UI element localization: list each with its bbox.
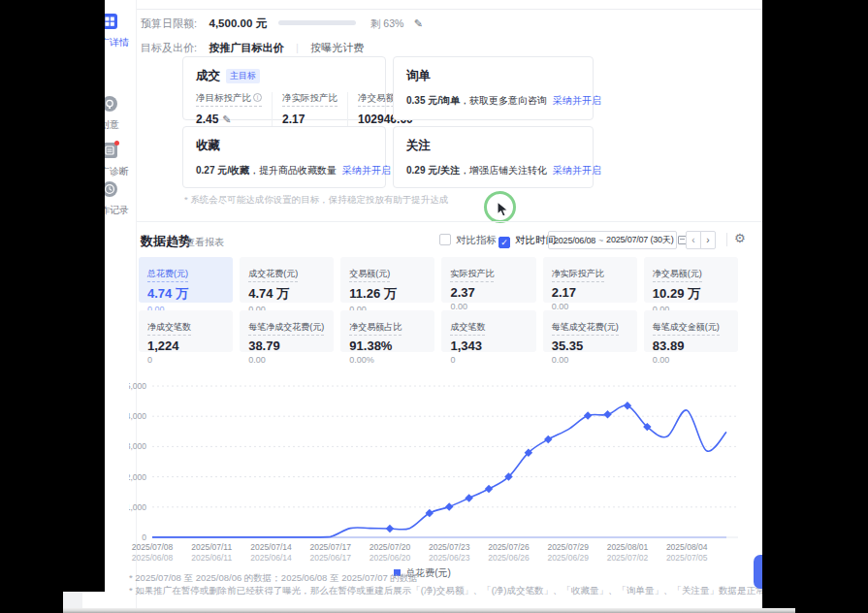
svg-text:2025/07/20: 2025/07/20 [370, 542, 411, 552]
deal-stat-label: 净目标投产比i [196, 92, 262, 107]
compare-metric-checkbox[interactable] [439, 234, 451, 245]
goal-card-title: 询单 [406, 69, 431, 82]
bottom-left-notch [63, 592, 82, 608]
deal-stats: 净目标投产比i2.45✎净实际投产比2.17净交易额(元)102946.60 [196, 92, 372, 126]
metric-label: 每笔成交花费(元) [552, 321, 619, 336]
metric-value: 2.37 [450, 285, 527, 300]
inquiry-desc: ，获取更多意向咨询 [460, 95, 547, 106]
metric-value: 83.89 [653, 339, 729, 353]
metric-card-3[interactable]: 实际投产比2.370.00 [441, 257, 535, 303]
svg-text:4,000: 4,000 [129, 411, 146, 421]
metric-label: 实际投产比 [450, 268, 494, 282]
date-range-input[interactable]: 2025/06/08 ~ 2025/07/07 (30天) [548, 231, 677, 249]
metric-card-5[interactable]: 净交易额(元)10.29 万0.00 [644, 257, 738, 303]
svg-text:2025/07/26: 2025/07/26 [488, 542, 530, 552]
gear-icon[interactable]: ⚙ [734, 231, 746, 245]
svg-text:2025/07/08: 2025/07/08 [132, 542, 174, 552]
metric-value: 35.35 [552, 339, 628, 353]
favorite-price: 0.27 元/收藏 [196, 165, 249, 176]
goal-card-desc: 0.35 元/询单，获取更多意向咨询采纳并开启 [406, 94, 580, 108]
main-goal-badge: 主目标 [226, 69, 260, 83]
svg-text:2025/06/29: 2025/06/29 [547, 553, 589, 563]
metric-card-7[interactable]: 每笔净成交花费(元)38.790.00 [240, 310, 334, 352]
metric-label: 净成交笔数 [147, 321, 191, 336]
svg-text:2025/07/17: 2025/07/17 [309, 542, 351, 552]
info-icon[interactable]: i [253, 93, 262, 102]
deal-stat-value: 2.17 [282, 113, 338, 126]
bidding-label: 目标及出价: [141, 42, 197, 53]
metric-value: 2.17 [552, 285, 628, 300]
notification-dot [114, 141, 119, 145]
metric-compare-value: 0.00 [552, 355, 628, 365]
compare-metric-label: 对比指标 [456, 234, 497, 245]
svg-text:2025/07/14: 2025/07/14 [250, 542, 292, 552]
edit-target-icon[interactable]: ✎ [222, 113, 231, 125]
metric-value: 4.74 万 [147, 285, 224, 303]
metric-card-6[interactable]: 净成交笔数1,2240 [139, 310, 233, 352]
next-period-button[interactable]: › [700, 231, 716, 249]
date-range-start: 2025/06/08 [554, 236, 595, 245]
metric-compare-value: 0 [147, 355, 224, 365]
svg-text:0: 0 [142, 532, 146, 542]
metric-label: 成交花费(元) [248, 268, 298, 282]
date-range-separator: ~ [598, 236, 603, 245]
metric-card-1[interactable]: 成交花费(元)4.74 万0.00 [240, 257, 334, 303]
goal-note: * 系统会尽可能达成你设置的目标，保持稳定投放有助于提升达成 [184, 194, 448, 207]
edit-budget-icon[interactable]: ✎ [414, 17, 423, 29]
footnote-2: * 如果推广在暂停或删除前已经获得了曝光，那么在暂停或重建后展示「(净)交易额」… [129, 585, 762, 597]
goal-card-desc: 0.27 元/收藏，提升商品收藏数量采纳并开启 [196, 164, 372, 177]
follow-price: 0.29 元/关注 [406, 165, 460, 176]
compare-metric-control[interactable]: 对比指标 [439, 234, 497, 247]
prev-period-button[interactable]: ‹ [686, 231, 701, 249]
metric-compare-value: 0.00% [349, 355, 426, 365]
adopt-enable-link[interactable]: 采纳并开启 [553, 95, 601, 106]
daily-budget-row: 预算日限额: 4,500.00 元 剩 63% ✎ [141, 14, 423, 29]
metric-value: 4.74 万 [248, 285, 325, 303]
svg-text:2025/06/08: 2025/06/08 [132, 553, 174, 563]
metric-card-8[interactable]: 净交易额占比91.38%0.00% [340, 310, 434, 352]
metric-card-4[interactable]: 净实际投产比2.170.00 [543, 257, 637, 303]
adopt-enable-link[interactable]: 采纳并开启 [342, 165, 391, 176]
metric-value: 91.38% [349, 339, 426, 353]
view-report-link[interactable]: 查看报表 [185, 236, 224, 249]
goal-card-title: 成交 [196, 69, 220, 82]
goal-card-title: 关注 [406, 139, 431, 152]
goal-card-follow: 关注 0.29 元/关注，增强店铺关注转化采纳并开启 [393, 126, 594, 188]
tab-bid-by-impression[interactable]: 按曝光计费 [310, 42, 364, 53]
metric-card-9[interactable]: 成交笔数1,3430 [441, 310, 535, 352]
svg-text:2025/06/11: 2025/06/11 [191, 553, 232, 563]
metric-card-10[interactable]: 每笔成交花费(元)35.350.00 [543, 310, 637, 352]
metric-card-0[interactable]: 总花费(元)4.74 万0.00 [139, 257, 233, 303]
deal-stat-value: 2.45✎ [196, 113, 262, 126]
goal-card-deal: 成交主目标 净目标投产比i2.45✎净实际投产比2.17净交易额(元)10294… [182, 56, 386, 120]
svg-text:1,000: 1,000 [129, 502, 146, 512]
goal-card-inquiry: 询单 0.35 元/询单，获取更多意向咨询采纳并开启 [393, 56, 594, 120]
bidding-row: 目标及出价: 按推广目标出价 | 按曝光计费 [141, 38, 364, 55]
goal-card-title: 收藏 [196, 139, 220, 152]
mouse-cursor-icon [497, 201, 510, 218]
metric-label: 净实际投产比 [552, 268, 604, 282]
follow-desc: ，增强店铺关注转化 [460, 165, 547, 176]
svg-text:2025/06/26: 2025/06/26 [488, 553, 530, 563]
adopt-enable-link[interactable]: 采纳并开启 [553, 165, 601, 176]
metric-card-11[interactable]: 每笔成交金额(元)83.890.00 [644, 310, 738, 352]
tab-bid-by-goal[interactable]: 按推广目标出价 [209, 42, 284, 53]
metric-card-2[interactable]: 交易额(元)11.26 万0.00 [340, 257, 434, 303]
budget-remaining: 剩 63% [370, 17, 403, 29]
metric-compare-value: 0 [450, 355, 527, 365]
svg-text:2025/07/05: 2025/07/05 [666, 553, 708, 563]
compare-time-checkbox[interactable]: ✓ [498, 237, 510, 248]
svg-text:2025/07/23: 2025/07/23 [429, 542, 470, 552]
goal-card-desc: 0.29 元/关注，增强店铺关注转化采纳并开启 [406, 164, 580, 177]
svg-text:2025/08/01: 2025/08/01 [607, 542, 649, 552]
svg-text:5,000: 5,000 [129, 381, 146, 391]
svg-text:2025/06/14: 2025/06/14 [250, 553, 292, 563]
svg-text:2025/06/23: 2025/06/23 [429, 553, 470, 563]
side-floating-pill[interactable] [754, 555, 762, 589]
trend-line-chart: 01,0002,0003,0004,0005,0002025/07/082025… [129, 376, 750, 570]
metric-label: 成交笔数 [450, 321, 485, 336]
deal-stat-0: 净目标投产比i2.45✎ [196, 92, 273, 126]
trend-section-title: 数据趋势 [141, 233, 191, 250]
svg-text:2025/06/17: 2025/06/17 [309, 553, 351, 563]
metric-label: 每笔成交金额(元) [653, 321, 720, 336]
